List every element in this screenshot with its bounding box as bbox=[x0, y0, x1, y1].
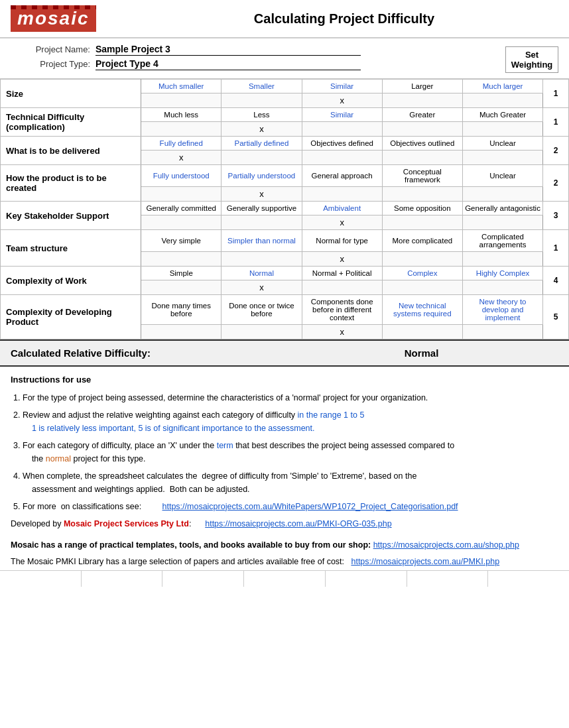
x-cell-r2-c3[interactable] bbox=[382, 151, 462, 165]
difficulty-table: SizeMuch smallerSmallerSimilarLargerMuch… bbox=[0, 79, 569, 339]
developed-by-label: Developed by Mosaic Project Services Pty… bbox=[11, 519, 203, 528]
org-link[interactable]: https://mosaicprojects.com.au/PMKI-ORG-0… bbox=[205, 519, 391, 528]
x-cell-r5-c3[interactable] bbox=[382, 252, 462, 267]
table-row: Complexity of Developing ProductDone man… bbox=[1, 295, 569, 325]
option-cell-r3-c0: Fully understood bbox=[141, 165, 221, 187]
option-cell-r2-c4: Unclear bbox=[462, 137, 542, 151]
table-row: Key Stakeholder SupportGenerally committ… bbox=[1, 202, 569, 215]
pmki-link[interactable]: https://mosaicprojects.com.au/PMKI.php bbox=[351, 557, 499, 566]
x-cell-r5-c1[interactable] bbox=[221, 252, 302, 267]
row-label-7: Complexity of Developing Product bbox=[1, 295, 141, 339]
x-cell-r4-c2[interactable]: x bbox=[302, 215, 382, 230]
page-title: Calculating Project Difficulty bbox=[130, 11, 558, 27]
option-cell-r7-c0: Done many times before bbox=[141, 295, 221, 325]
option-cell-r6-c2: Normal + Political bbox=[302, 267, 382, 280]
calculated-value: Normal bbox=[284, 347, 558, 359]
x-cell-r4-c1[interactable] bbox=[221, 215, 302, 230]
set-weighting-button[interactable]: Set Weighting bbox=[505, 46, 558, 73]
option-cell-r4-c2: Ambivalent bbox=[302, 202, 382, 215]
x-cell-r6-c1[interactable]: x bbox=[221, 280, 302, 295]
project-info-section: Project Name: Sample Project 3 Project T… bbox=[0, 38, 569, 79]
calculated-section: Calculated Relative Difficulty: Normal bbox=[0, 339, 569, 367]
weight-cell-5: 1 bbox=[543, 230, 569, 267]
row-label-6: Complexity of Work bbox=[1, 267, 141, 295]
x-cell-r1-c1[interactable]: x bbox=[221, 122, 302, 137]
option-cell-r4-c3: Some opposition bbox=[382, 202, 462, 215]
weight-cell-3: 2 bbox=[543, 165, 569, 202]
x-cell-r7-c0[interactable] bbox=[141, 325, 221, 339]
x-cell-r2-c1[interactable] bbox=[221, 151, 302, 165]
pmki-row: The Mosaic PMKI Library has a large sele… bbox=[0, 554, 569, 570]
row-label-2: What is to be delivered bbox=[1, 137, 141, 165]
x-cell-r6-c0[interactable] bbox=[141, 280, 221, 295]
instruction-1: For the type of project being assessed, … bbox=[23, 391, 558, 404]
option-cell-r1-c1: Less bbox=[221, 108, 302, 122]
x-cell-r3-c0[interactable] bbox=[141, 187, 221, 202]
weight-cell-2: 2 bbox=[543, 137, 569, 165]
x-cell-r0-c0[interactable] bbox=[141, 93, 221, 108]
x-cell-r6-c3[interactable] bbox=[382, 280, 462, 295]
developed-by-row: Developed by Mosaic Project Services Pty… bbox=[11, 517, 558, 530]
option-cell-r0-c1: Smaller bbox=[221, 80, 302, 93]
instruction-5: For more on classifications see: https:/… bbox=[23, 500, 558, 513]
x-cell-r1-c2[interactable] bbox=[302, 122, 382, 137]
option-cell-r5-c0: Very simple bbox=[141, 230, 221, 252]
table-row: What is to be deliveredFully definedPart… bbox=[1, 137, 569, 151]
table-row: SizeMuch smallerSmallerSimilarLargerMuch… bbox=[1, 80, 569, 93]
instruction-2: Review and adjust the relative weighting… bbox=[23, 408, 558, 435]
x-cell-r0-c2[interactable]: x bbox=[302, 93, 382, 108]
x-cell-r1-c4[interactable] bbox=[462, 122, 542, 137]
x-cell-r5-c2[interactable]: x bbox=[302, 252, 382, 267]
x-cell-r4-c3[interactable] bbox=[382, 215, 462, 230]
x-cell-r7-c3[interactable] bbox=[382, 325, 462, 339]
bottom-cell-5 bbox=[326, 571, 407, 587]
option-cell-r3-c4: Unclear bbox=[462, 165, 542, 187]
x-cell-r4-c0[interactable] bbox=[141, 215, 221, 230]
shop-row: Mosaic has a range of practical template… bbox=[0, 537, 569, 554]
option-cell-r6-c0: Simple bbox=[141, 267, 221, 280]
x-cell-r0-c4[interactable] bbox=[462, 93, 542, 108]
table-row: Complexity of WorkSimpleNormalNormal + P… bbox=[1, 267, 569, 280]
option-cell-r2-c1: Partially defined bbox=[221, 137, 302, 151]
instructions-list: For the type of project being assessed, … bbox=[11, 391, 558, 513]
x-cell-r7-c1[interactable] bbox=[221, 325, 302, 339]
bottom-cell-4 bbox=[244, 571, 326, 587]
x-cell-r3-c4[interactable] bbox=[462, 187, 542, 202]
x-cell-r3-c1[interactable]: x bbox=[221, 187, 302, 202]
x-cell-r7-c2[interactable]: x bbox=[302, 325, 382, 339]
project-name-row: Project Name: Sample Project 3 bbox=[11, 44, 505, 56]
x-cell-r5-c4[interactable] bbox=[462, 252, 542, 267]
option-cell-r4-c1: Generally supportive bbox=[221, 202, 302, 215]
x-cell-r0-c3[interactable] bbox=[382, 93, 462, 108]
bottom-cell-2 bbox=[82, 571, 163, 587]
x-cell-r2-c0[interactable]: x bbox=[141, 151, 221, 165]
x-cell-r0-c1[interactable] bbox=[221, 93, 302, 108]
x-cell-r4-c4[interactable] bbox=[462, 215, 542, 230]
x-cell-r5-c0[interactable] bbox=[141, 252, 221, 267]
logo-area: mosaic bbox=[11, 5, 130, 32]
classification-link[interactable]: https://mosaicprojects.com.au/WhitePaper… bbox=[162, 502, 458, 511]
option-cell-r2-c0: Fully defined bbox=[141, 137, 221, 151]
x-cell-r2-c2[interactable] bbox=[302, 151, 382, 165]
x-cell-r2-c4[interactable] bbox=[462, 151, 542, 165]
x-cell-r7-c4[interactable] bbox=[462, 325, 542, 339]
option-cell-r0-c2: Similar bbox=[302, 80, 382, 93]
weight-cell-7: 5 bbox=[543, 295, 569, 339]
instructions-section: Instructions for use For the type of pro… bbox=[0, 367, 569, 537]
x-cell-r3-c2[interactable] bbox=[302, 187, 382, 202]
option-cell-r7-c3: New technical systems required bbox=[382, 295, 462, 325]
x-cell-r6-c2[interactable] bbox=[302, 280, 382, 295]
project-name-label: Project Name: bbox=[11, 44, 90, 54]
x-cell-r6-c4[interactable] bbox=[462, 280, 542, 295]
weight-cell-0: 1 bbox=[543, 80, 569, 108]
project-type-row: Project Type: Project Type 4 bbox=[11, 58, 505, 70]
instruction-3: For each category of difficulty, place a… bbox=[23, 439, 558, 465]
shop-link[interactable]: https://mosaicprojects.com.au/shop.php bbox=[373, 540, 519, 550]
option-cell-r0-c4: Much larger bbox=[462, 80, 542, 93]
x-cell-r3-c3[interactable] bbox=[382, 187, 462, 202]
shop-label: Mosaic has a range of practical template… bbox=[11, 540, 371, 550]
x-cell-r1-c3[interactable] bbox=[382, 122, 462, 137]
logo-image: mosaic bbox=[11, 5, 96, 32]
x-cell-r1-c0[interactable] bbox=[141, 122, 221, 137]
instructions-title: Instructions for use bbox=[11, 373, 558, 387]
